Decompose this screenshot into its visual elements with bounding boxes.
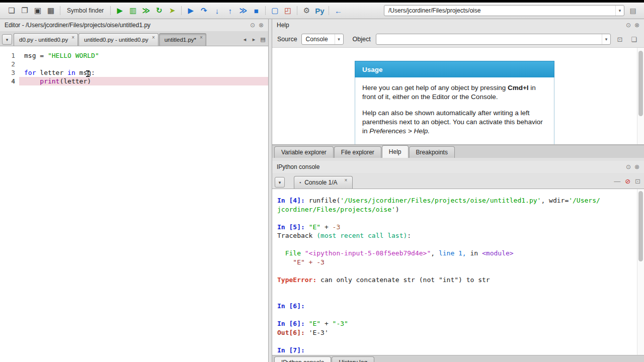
run-selection-icon[interactable]: ➤ [166,5,179,17]
tab-file-explorer[interactable]: File explorer [334,146,381,158]
code-line[interactable]: 4 print(letter) [0,77,268,85]
line-number: 3 [0,68,19,77]
help-text: Preferences > Help. [369,127,430,135]
browse-tabs-icon[interactable]: ▾ [275,177,285,188]
scroll-tabs-right-icon[interactable]: ▸ [250,35,258,44]
help-toolbar: Source Console ▾ Object ▾ ⊡ ❏ [272,31,644,47]
pane-undock-icon[interactable]: ⊗ [634,163,639,170]
pane-menu-icon[interactable]: ⊙ [626,22,631,29]
tab-variable-explorer[interactable]: Variable explorer [274,146,334,158]
run-cell-advance-icon[interactable]: ≫ [139,5,152,17]
browse-tabs-icon[interactable]: ▾ [2,34,12,45]
stop-icon[interactable]: ■ [250,5,263,17]
tab-ipython-console[interactable]: IPython console [274,356,331,362]
console-token: "<ipython-input-5-08f5eeb79d4e>" [305,249,431,257]
code-line[interactable]: 2 [0,60,268,68]
code-token: msg = [24,52,48,59]
run-cell-icon[interactable]: ▥ [126,5,139,17]
tab-menu-icon[interactable]: ▤ [259,35,267,44]
pane-undock-icon[interactable]: ⊗ [634,22,639,29]
object-combobox[interactable]: ▾ [376,34,611,45]
browse-directory-icon[interactable]: ▤ [627,5,639,16]
editor-tab-label: d0.py - untitled0.py [19,37,68,43]
fullscreen-icon[interactable]: ◰ [281,5,294,17]
help-scrollbar-thumb[interactable] [638,51,643,116]
tools-icon[interactable]: ⚙ [300,5,313,17]
toolbar-separator [329,6,329,15]
pane-menu-icon[interactable]: ⊙ [626,163,631,170]
console-tabbar: ▾ ▪ Console 1/A × —⊘⊡ [272,173,644,189]
tab-close-icon[interactable]: × [345,176,348,183]
interrupt-kernel-icon[interactable]: ⊘ [625,177,630,185]
console-titlebar: IPython console ⊙ ⊗ [272,161,644,173]
console-scrollbar[interactable] [637,189,644,355]
save-all-icon[interactable]: ▦ [44,5,57,17]
console-scrollbar-thumb[interactable] [638,191,643,261]
console-icon: ▪ [299,180,301,185]
code-text [19,60,268,68]
debug-icon[interactable]: ▶ [184,5,197,17]
source-dropdown[interactable]: Console ▾ [301,34,344,45]
lock-icon[interactable]: ⊡ [615,34,625,44]
help-scrollbar[interactable] [637,48,644,144]
editor-tab[interactable]: d0.py - untitled0.py× [14,33,78,46]
tab-close-icon[interactable]: × [152,34,155,40]
code-area[interactable]: 1msg = "HELLO WORLD"2 3for letter in msg… [0,46,268,362]
step-into-icon[interactable]: ↓ [210,5,223,17]
chevron-down-icon[interactable]: ▾ [602,34,610,44]
console-line: File "<ipython-input-5-08f5eeb79d4e>", l… [277,249,604,258]
console-token: runfile( [309,197,341,204]
editor-tab-label: untitled1.py* [165,37,196,43]
scroll-tabs-left-icon[interactable]: ◂ [241,35,249,44]
new-window-icon[interactable]: ❏ [629,34,639,44]
continue-icon[interactable]: ≫ [236,5,250,17]
save-icon[interactable]: ▣ [31,5,44,17]
back-icon[interactable]: ← [332,5,345,17]
run-icon[interactable]: ▶ [113,5,126,17]
tab-close-icon[interactable]: × [71,34,74,40]
console-options-icon[interactable]: ⊡ [635,177,640,185]
chevron-down-icon[interactable]: ▾ [615,6,624,16]
code-line[interactable]: 1msg = "HELLO WORLD" [0,51,268,60]
console-token: , [431,249,439,257]
open-file-icon[interactable]: ❐ [18,5,31,17]
step-return-icon[interactable]: ↑ [223,5,236,17]
console-token: 'E-3' [309,329,329,336]
working-directory-value: /Users/jcordiner/Files/projects/oise [388,7,480,14]
code-token: for [24,69,36,76]
working-directory-combobox[interactable]: /Users/jcordiner/Files/projects/oise ▾ [384,5,624,16]
rerun-cell-icon[interactable]: ↻ [152,5,166,17]
step-over-icon[interactable]: ↷ [197,5,210,17]
code-token: (letter) [59,77,91,85]
console-token [277,249,285,257]
tab-close-icon[interactable]: × [200,34,203,40]
editor-tab[interactable]: untitled1.py*× [159,33,206,46]
symbol-finder-button[interactable]: Symbol finder [63,6,108,16]
console-line: In [7]: [277,346,604,355]
chevron-down-icon[interactable]: ▾ [335,34,343,44]
code-token [24,77,40,85]
editor-titlebar: Editor - /Users/jcordiner/Files/projects… [0,19,268,31]
minimize-icon[interactable]: — [614,177,620,185]
bottom-tab-bar: IPython consoleHistory log [272,355,644,362]
code-line[interactable]: 3for letter in msg: [0,68,268,77]
console-content[interactable]: In [4]: runfile('/Users/jcordiner/Files/… [272,189,644,355]
main-toolbar: ❏❐▣▦Symbol finder▶▥≫↻➤▶↷↓↑≫■▢◰⚙Py← /User… [0,3,644,19]
code-token: in [67,69,75,76]
object-label: Object [353,36,371,43]
tab-breakpoints[interactable]: Breakpoints [409,146,455,158]
new-file-icon[interactable]: ❏ [5,5,18,17]
code-text: for letter in msg: [19,68,268,77]
code-token: "HELLO WORLD" [48,52,99,59]
tab-help[interactable]: Help [382,145,409,158]
pane-undock-icon[interactable]: ⊗ [259,22,264,29]
python-path-icon[interactable]: Py [313,5,326,17]
console-token: <module> [482,249,514,257]
editor-tab[interactable]: untitled0.py - untitled0.py× [78,33,158,46]
maximize-pane-icon[interactable]: ▢ [268,5,281,17]
help-title: Help [277,22,289,29]
console-tab[interactable]: ▪ Console 1/A × [294,176,353,189]
tab-history-log[interactable]: History log [332,356,374,362]
console-token: + [320,223,332,231]
pane-menu-icon[interactable]: ⊙ [250,22,255,29]
